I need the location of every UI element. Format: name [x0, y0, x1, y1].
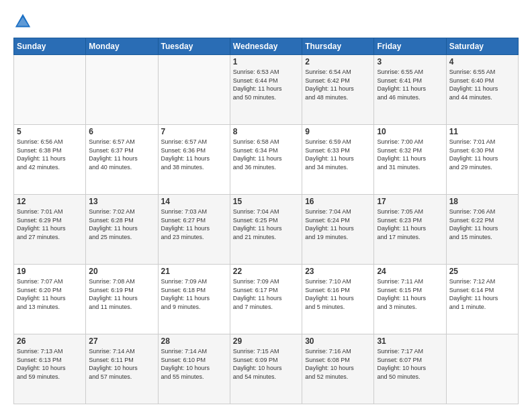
col-header-friday: Friday [374, 38, 446, 55]
day-info: Sunrise: 7:01 AM Sunset: 6:29 PM Dayligh… [17, 208, 83, 241]
day-number: 9 [305, 127, 371, 136]
week-row-4: 19Sunrise: 7:07 AM Sunset: 6:20 PM Dayli… [14, 265, 519, 334]
day-info: Sunrise: 7:04 AM Sunset: 6:24 PM Dayligh… [305, 208, 371, 241]
day-cell: 15Sunrise: 7:04 AM Sunset: 6:25 PM Dayli… [230, 195, 302, 265]
day-info: Sunrise: 7:09 AM Sunset: 6:18 PM Dayligh… [161, 277, 227, 311]
day-number: 26 [17, 336, 83, 346]
day-number: 17 [377, 197, 443, 206]
day-number: 18 [449, 197, 515, 206]
day-info: Sunrise: 7:14 AM Sunset: 6:11 PM Dayligh… [89, 347, 154, 381]
logo-icon [13, 12, 32, 31]
day-info: Sunrise: 7:03 AM Sunset: 6:27 PM Dayligh… [161, 208, 227, 241]
day-cell: 7Sunrise: 6:57 AM Sunset: 6:36 PM Daylig… [158, 125, 230, 195]
day-number: 13 [89, 197, 154, 206]
day-number: 2 [305, 57, 371, 66]
day-number: 1 [233, 57, 299, 66]
day-info: Sunrise: 6:58 AM Sunset: 6:34 PM Dayligh… [233, 138, 299, 171]
day-cell: 30Sunrise: 7:16 AM Sunset: 6:08 PM Dayli… [302, 334, 374, 404]
day-cell: 24Sunrise: 7:11 AM Sunset: 6:15 PM Dayli… [374, 265, 446, 334]
day-info: Sunrise: 7:08 AM Sunset: 6:19 PM Dayligh… [89, 277, 154, 311]
col-header-wednesday: Wednesday [230, 38, 302, 55]
day-cell: 13Sunrise: 7:02 AM Sunset: 6:28 PM Dayli… [86, 195, 158, 265]
day-number: 15 [233, 197, 299, 206]
day-number: 19 [17, 267, 83, 276]
day-number: 29 [233, 336, 299, 346]
calendar: SundayMondayTuesdayWednesdayThursdayFrid… [13, 38, 519, 404]
week-row-2: 5Sunrise: 6:56 AM Sunset: 6:38 PM Daylig… [14, 125, 519, 195]
day-info: Sunrise: 7:12 AM Sunset: 6:14 PM Dayligh… [449, 277, 515, 311]
day-info: Sunrise: 7:01 AM Sunset: 6:30 PM Dayligh… [449, 138, 515, 171]
day-cell: 11Sunrise: 7:01 AM Sunset: 6:30 PM Dayli… [446, 125, 518, 195]
day-info: Sunrise: 7:04 AM Sunset: 6:25 PM Dayligh… [233, 208, 299, 241]
day-number: 3 [377, 57, 443, 66]
day-number: 12 [17, 197, 83, 206]
col-header-sunday: Sunday [14, 38, 86, 55]
day-info: Sunrise: 6:57 AM Sunset: 6:36 PM Dayligh… [161, 138, 227, 171]
day-number: 27 [89, 336, 154, 346]
day-cell: 22Sunrise: 7:09 AM Sunset: 6:17 PM Dayli… [230, 265, 302, 334]
day-cell [158, 55, 230, 125]
day-cell: 16Sunrise: 7:04 AM Sunset: 6:24 PM Dayli… [302, 195, 374, 265]
day-info: Sunrise: 7:14 AM Sunset: 6:10 PM Dayligh… [161, 347, 227, 381]
day-info: Sunrise: 6:56 AM Sunset: 6:38 PM Dayligh… [17, 138, 83, 171]
day-number: 25 [449, 267, 515, 276]
page: SundayMondayTuesdayWednesdayThursdayFrid… [0, 0, 532, 411]
week-row-3: 12Sunrise: 7:01 AM Sunset: 6:29 PM Dayli… [14, 195, 519, 265]
day-cell: 29Sunrise: 7:15 AM Sunset: 6:09 PM Dayli… [230, 334, 302, 404]
day-info: Sunrise: 6:55 AM Sunset: 6:41 PM Dayligh… [377, 68, 443, 101]
day-number: 30 [305, 336, 371, 346]
day-number: 10 [377, 127, 443, 136]
day-cell [446, 334, 518, 404]
day-cell: 21Sunrise: 7:09 AM Sunset: 6:18 PM Dayli… [158, 265, 230, 334]
day-cell: 23Sunrise: 7:10 AM Sunset: 6:16 PM Dayli… [302, 265, 374, 334]
day-cell: 10Sunrise: 7:00 AM Sunset: 6:32 PM Dayli… [374, 125, 446, 195]
day-cell: 3Sunrise: 6:55 AM Sunset: 6:41 PM Daylig… [374, 55, 446, 125]
day-number: 21 [161, 267, 227, 276]
day-cell: 25Sunrise: 7:12 AM Sunset: 6:14 PM Dayli… [446, 265, 518, 334]
day-info: Sunrise: 7:06 AM Sunset: 6:22 PM Dayligh… [449, 208, 515, 241]
header [13, 12, 519, 31]
day-cell: 4Sunrise: 6:55 AM Sunset: 6:40 PM Daylig… [446, 55, 518, 125]
day-number: 7 [161, 127, 227, 136]
day-cell [86, 55, 158, 125]
day-cell: 2Sunrise: 6:54 AM Sunset: 6:42 PM Daylig… [302, 55, 374, 125]
day-number: 28 [161, 336, 227, 346]
day-cell: 26Sunrise: 7:13 AM Sunset: 6:13 PM Dayli… [14, 334, 86, 404]
day-cell: 6Sunrise: 6:57 AM Sunset: 6:37 PM Daylig… [86, 125, 158, 195]
day-cell: 20Sunrise: 7:08 AM Sunset: 6:19 PM Dayli… [86, 265, 158, 334]
day-info: Sunrise: 7:09 AM Sunset: 6:17 PM Dayligh… [233, 277, 299, 311]
day-info: Sunrise: 7:17 AM Sunset: 6:07 PM Dayligh… [377, 347, 443, 381]
day-cell: 31Sunrise: 7:17 AM Sunset: 6:07 PM Dayli… [374, 334, 446, 404]
week-row-1: 1Sunrise: 6:53 AM Sunset: 6:44 PM Daylig… [14, 55, 519, 125]
day-cell: 28Sunrise: 7:14 AM Sunset: 6:10 PM Dayli… [158, 334, 230, 404]
week-row-5: 26Sunrise: 7:13 AM Sunset: 6:13 PM Dayli… [14, 334, 519, 404]
day-number: 6 [89, 127, 154, 136]
calendar-header-row: SundayMondayTuesdayWednesdayThursdayFrid… [14, 38, 519, 55]
col-header-thursday: Thursday [302, 38, 374, 55]
day-info: Sunrise: 6:54 AM Sunset: 6:42 PM Dayligh… [305, 68, 371, 101]
day-cell: 1Sunrise: 6:53 AM Sunset: 6:44 PM Daylig… [230, 55, 302, 125]
day-info: Sunrise: 6:57 AM Sunset: 6:37 PM Dayligh… [89, 138, 154, 171]
logo [13, 12, 35, 31]
day-number: 22 [233, 267, 299, 276]
day-number: 20 [89, 267, 154, 276]
day-cell [14, 55, 86, 125]
day-cell: 12Sunrise: 7:01 AM Sunset: 6:29 PM Dayli… [14, 195, 86, 265]
day-info: Sunrise: 6:55 AM Sunset: 6:40 PM Dayligh… [449, 68, 515, 101]
day-number: 14 [161, 197, 227, 206]
day-cell: 14Sunrise: 7:03 AM Sunset: 6:27 PM Dayli… [158, 195, 230, 265]
day-number: 11 [449, 127, 515, 136]
day-number: 8 [233, 127, 299, 136]
day-number: 5 [17, 127, 83, 136]
day-number: 31 [377, 336, 443, 346]
col-header-tuesday: Tuesday [158, 38, 230, 55]
day-info: Sunrise: 7:15 AM Sunset: 6:09 PM Dayligh… [233, 347, 299, 381]
day-cell: 8Sunrise: 6:58 AM Sunset: 6:34 PM Daylig… [230, 125, 302, 195]
day-info: Sunrise: 6:53 AM Sunset: 6:44 PM Dayligh… [233, 68, 299, 101]
col-header-saturday: Saturday [446, 38, 518, 55]
day-number: 4 [449, 57, 515, 66]
day-number: 24 [377, 267, 443, 276]
day-cell: 18Sunrise: 7:06 AM Sunset: 6:22 PM Dayli… [446, 195, 518, 265]
day-info: Sunrise: 6:59 AM Sunset: 6:33 PM Dayligh… [305, 138, 371, 171]
col-header-monday: Monday [86, 38, 158, 55]
